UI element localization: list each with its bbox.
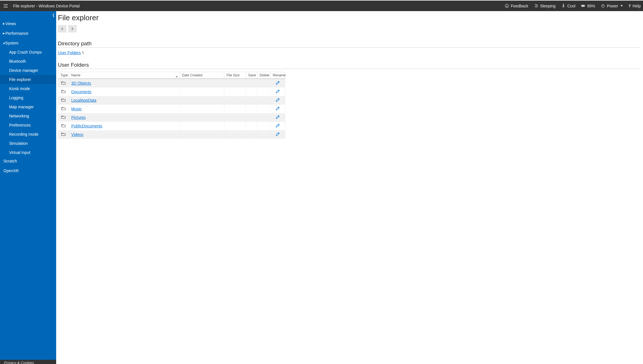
folder-link[interactable]: Pictures [71, 115, 86, 120]
sidebar-group-label: System [5, 41, 19, 45]
table-row: Pictures [58, 113, 285, 122]
date-cell [180, 113, 224, 122]
back-button[interactable] [58, 25, 66, 32]
rename-button[interactable] [276, 81, 280, 86]
sidebar-item-app-crash-dumps[interactable]: App Crash Dumps [0, 48, 56, 57]
col-name[interactable]: Name [69, 72, 180, 79]
caret-down-icon: ◢ [3, 42, 5, 44]
date-cell [180, 130, 224, 139]
sidebar-item-virtual-input[interactable]: Virtual Input [0, 148, 56, 157]
sidebar-group-openxr[interactable]: OpenXR [0, 167, 56, 175]
rename-cell [270, 113, 285, 122]
svg-rect-6 [582, 5, 584, 7]
folder-link[interactable]: Videos [71, 132, 84, 137]
table-row: PublicDocuments [58, 122, 285, 130]
col-type[interactable]: Type [58, 72, 69, 79]
folder-link[interactable]: Documents [71, 90, 91, 94]
col-rename[interactable]: Rename [270, 72, 285, 79]
col-save[interactable]: Save [246, 72, 257, 79]
folder-link[interactable]: PublicDocuments [71, 124, 102, 128]
question-icon: ? [628, 4, 631, 8]
rename-cell [270, 96, 285, 105]
sidebar-group-label: OpenXR [3, 168, 19, 173]
size-cell [224, 122, 246, 130]
sidebar-item-label: Logging [9, 95, 23, 100]
rename-button[interactable] [276, 90, 280, 94]
svg-rect-13 [62, 125, 65, 127]
date-cell [180, 122, 224, 130]
rename-cell [270, 130, 285, 139]
chevron-down-icon [620, 5, 623, 7]
col-date[interactable]: Date Created [180, 72, 224, 79]
sidebar-group-views[interactable]: ▶Views [0, 20, 56, 28]
sidebar-item-kiosk-mode[interactable]: Kiosk mode [0, 84, 56, 93]
rename-button[interactable] [276, 98, 280, 103]
battery-label: 99% [587, 4, 595, 8]
sidebar-group-label: Scratch [3, 159, 17, 163]
privacy-cookies-link[interactable]: Privacy & Cookies [0, 360, 56, 364]
folder-link[interactable]: Music [71, 107, 82, 111]
folder-link[interactable]: 3D Objects [71, 81, 91, 86]
temperature-status[interactable]: Cool [561, 4, 575, 8]
folder-link[interactable]: LocalAppData [71, 98, 96, 103]
nav-buttons [58, 25, 640, 32]
col-size[interactable]: File Size [224, 72, 246, 79]
sidebar-item-preferences[interactable]: Preferences [0, 121, 56, 130]
sidebar-item-label: Recording mode [9, 132, 38, 137]
sleeping-button[interactable]: Sleeping [534, 4, 556, 8]
power-menu[interactable]: Power [601, 4, 623, 8]
battery-status[interactable]: 99% [581, 4, 595, 8]
hamburger-menu-icon[interactable] [3, 3, 9, 9]
caret-right-icon: ▶ [3, 32, 5, 35]
collapse-sidebar-icon[interactable]: ❮ [52, 13, 55, 17]
sidebar-item-logging[interactable]: Logging [0, 93, 56, 102]
size-cell [224, 96, 246, 105]
folder-icon [61, 107, 66, 111]
file-table: Type Name Date Created File Size Save De… [58, 72, 285, 139]
col-delete[interactable]: Delete [257, 72, 270, 79]
sidebar-item-networking[interactable]: Networking [0, 111, 56, 121]
rename-button[interactable] [276, 133, 280, 137]
table-row: Music [58, 105, 285, 113]
sidebar: ❮ ▶Views▶Performance◢SystemApp Crash Dum… [0, 11, 56, 364]
save-cell [246, 96, 257, 105]
folder-icon [61, 81, 66, 86]
sidebar-item-file-explorer[interactable]: File explorer [0, 75, 56, 84]
sidebar-item-label: Map manager [9, 105, 34, 109]
sidebar-item-device-manager[interactable]: Device manager [0, 66, 56, 75]
size-cell [224, 113, 246, 122]
rename-button[interactable] [276, 115, 280, 120]
delete-cell [257, 88, 270, 96]
sidebar-item-bluetooth[interactable]: Bluetooth [0, 57, 56, 66]
sidebar-item-simulation[interactable]: Simulation [0, 139, 56, 148]
rename-cell [270, 105, 285, 113]
rename-cell [270, 79, 285, 88]
folder-type-icon [58, 130, 69, 139]
sidebar-group-performance[interactable]: ▶Performance [0, 29, 56, 37]
sidebar-item-map-manager[interactable]: Map manager [0, 102, 56, 111]
help-button[interactable]: ? Help [628, 4, 641, 8]
rename-button[interactable] [276, 107, 280, 111]
sidebar-group-scratch[interactable]: Scratch [0, 157, 56, 165]
sidebar-group-system[interactable]: ◢System [0, 39, 56, 47]
table-row: Documents [58, 88, 285, 96]
breadcrumb: User Folders \ [58, 50, 640, 55]
pencil-icon [276, 107, 280, 111]
sidebar-item-label: Bluetooth [9, 59, 26, 64]
pencil-icon [276, 115, 280, 120]
rename-button[interactable] [276, 124, 280, 129]
help-label: Help [632, 4, 641, 8]
folder-type-icon [58, 113, 69, 122]
folder-name-cell: Pictures [69, 113, 180, 122]
save-cell [246, 79, 257, 88]
folder-type-icon [58, 88, 69, 96]
feedback-button[interactable]: Feedback [505, 4, 528, 8]
breadcrumb-root-link[interactable]: User Folders [58, 50, 81, 55]
file-table-wrap: Type Name Date Created File Size Save De… [58, 72, 343, 139]
save-cell [246, 130, 257, 139]
sidebar-item-recording-mode[interactable]: Recording mode [0, 130, 56, 139]
forward-button[interactable] [68, 25, 77, 32]
svg-rect-11 [62, 108, 65, 110]
svg-rect-5 [585, 5, 585, 6]
delete-cell [257, 105, 270, 113]
